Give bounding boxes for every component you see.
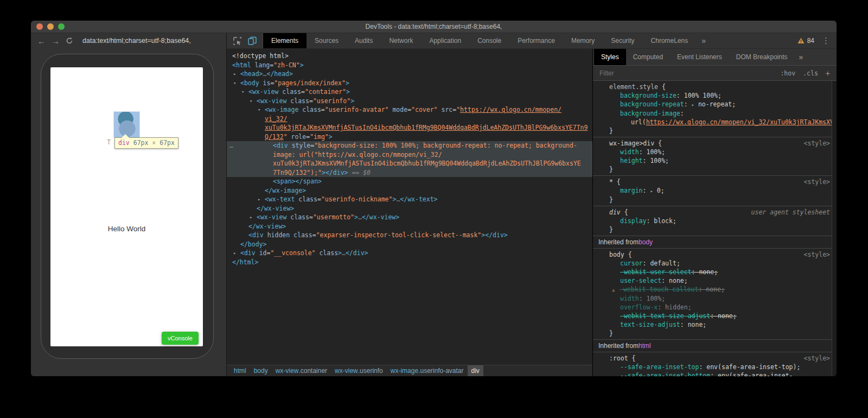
breadcrumb-item-html[interactable]: html — [230, 365, 250, 376]
new-style-rule-button[interactable]: + — [826, 69, 830, 78]
dom-tree-line[interactable]: </wx-image> — [227, 186, 592, 195]
breadcrumb-item-body[interactable]: body — [250, 365, 272, 376]
css-property-line[interactable]: background-size: 100% 100%; — [593, 91, 837, 100]
rule-selector[interactable]: :root {<style> — [593, 354, 837, 363]
css-property-line[interactable]: url(https://wx.qlogo.cn/mmopen/vi_32/xuT… — [593, 118, 837, 126]
window-titlebar[interactable]: DevTools - data:text/html;charset=utf-8;… — [31, 21, 837, 33]
dom-tree-line[interactable]: <!doctype html> — [227, 52, 592, 61]
css-property-line[interactable]: text-size-adjust: none; — [593, 320, 837, 329]
dom-tree-line[interactable]: ▾<wx-view class="container"> — [227, 87, 592, 97]
url-field[interactable]: data:text/html;charset=utf-8;base64, — [82, 37, 191, 45]
dom-tree-line[interactable]: ▸<head>…</head> — [227, 69, 592, 79]
style-rule: element.style {background-size: 100% 100… — [593, 81, 837, 137]
kebab-menu-icon[interactable]: ⋮ — [822, 36, 830, 46]
tab-sources[interactable]: Sources — [307, 33, 347, 48]
zoom-window-button[interactable] — [58, 23, 65, 30]
styles-filter-input[interactable]: Filter — [599, 69, 614, 77]
dom-tree-line[interactable]: <span></span> — [227, 177, 592, 186]
dom-tree-line[interactable]: Q/132" role="img"> — [227, 132, 592, 142]
toolbar-icons — [227, 33, 263, 48]
styles-scrollbar[interactable] — [832, 81, 837, 376]
device-toolbar-icon[interactable] — [246, 35, 258, 46]
sidebar-tab-dom-breakpoints[interactable]: DOM Breakpoints — [729, 49, 795, 65]
inherited-node-link[interactable]: body — [639, 238, 653, 246]
rule-selector[interactable]: div {user agent stylesheet — [593, 208, 837, 217]
css-property-line[interactable]: user-select: none; — [593, 276, 837, 285]
dom-tree-line[interactable]: <html lang="zh-CN"> — [227, 61, 592, 70]
css-property-line[interactable]: } — [593, 329, 837, 338]
dom-tree-line[interactable]: <div hidden class="exparser-inspector-to… — [227, 231, 592, 240]
warnings-badge[interactable]: 84 — [797, 37, 814, 45]
rule-selector[interactable]: element.style { — [593, 83, 837, 91]
tab-chromelens[interactable]: ChromeLens — [643, 33, 697, 48]
dom-tree-line[interactable]: 7Tn9Q/132");"></div> == $0 — [227, 168, 592, 178]
tab-security[interactable]: Security — [603, 33, 642, 48]
sidebar-more-tabs-button[interactable]: » — [794, 49, 807, 65]
dom-tree-line[interactable]: xuTu0k3jRTaJKmsXVMnfjASTusInO4ibcmQbhub1… — [227, 123, 592, 132]
toggle-hover-state-button[interactable]: :hov — [780, 69, 795, 77]
css-property-line[interactable]: display: block; — [593, 217, 837, 225]
dom-tree-line[interactable]: </body> — [227, 240, 592, 249]
toggle-class-button[interactable]: .cls — [803, 69, 818, 77]
dom-tree-line[interactable]: …<div style="background-size: 100% 100%;… — [227, 141, 592, 150]
css-property-line[interactable]: width: 100%; — [593, 294, 837, 303]
sidebar-tab-styles[interactable]: Styles — [594, 49, 626, 65]
forward-icon[interactable]: → — [52, 37, 60, 45]
dom-tree-line[interactable]: vi_32/ — [227, 115, 592, 124]
css-property-line[interactable]: --safe-area-inset-bottom: env(safe-area-… — [593, 371, 837, 376]
css-property-line[interactable]: -webkit-text-size-adjust: none; — [593, 312, 837, 320]
sidebar-tab-computed[interactable]: Computed — [626, 49, 670, 65]
back-icon[interactable]: ← — [37, 37, 46, 45]
dom-tree-line[interactable]: ▾<wx-view class="userinfo"> — [227, 97, 592, 106]
css-property-line[interactable]: margin: ▸ 0; — [593, 186, 837, 195]
css-property-line[interactable]: } — [593, 165, 837, 174]
breadcrumb-item-wx-image.userinfo-avatar[interactable]: wx-image.userinfo-avatar — [387, 365, 468, 376]
tab-application[interactable]: Application — [421, 33, 469, 48]
tab-elements[interactable]: Elements — [263, 33, 307, 48]
tab-console[interactable]: Console — [469, 33, 509, 48]
css-property-line[interactable]: } — [593, 195, 837, 204]
css-property-line[interactable]: background-image: — [593, 109, 837, 118]
dom-tree-line[interactable]: ▸<wx-view class="usermotto">…</wx-view> — [227, 213, 592, 222]
dom-tree-line[interactable]: </wx-view> — [227, 204, 592, 213]
rule-selector[interactable]: body {<style> — [593, 250, 837, 259]
inherited-node-link[interactable]: html — [639, 342, 651, 350]
dom-tree-line[interactable]: ▾<body is="pages/index/index"> — [227, 79, 592, 88]
more-tabs-button[interactable]: » — [696, 33, 711, 48]
reload-icon[interactable] — [66, 37, 73, 45]
userinfo-avatar-image[interactable] — [114, 112, 139, 137]
css-property-line[interactable]: -webkit-user-select: none; — [593, 268, 837, 276]
rule-selector[interactable]: wx-image>div {<style> — [593, 139, 837, 148]
dom-tree-line[interactable]: ▸<div id="__vconsole" class>…</div> — [227, 249, 592, 258]
inspect-element-icon[interactable] — [231, 35, 243, 46]
dom-tree-line[interactable]: </wx-view> — [227, 222, 592, 231]
sidebar-tab-event-listeners[interactable]: Event Listeners — [670, 49, 729, 65]
css-property-line[interactable]: cursor: default; — [593, 259, 837, 268]
css-property-line[interactable]: --safe-area-inset-top: env(safe-area-ins… — [593, 363, 837, 371]
css-property-line[interactable]: } — [593, 225, 837, 234]
tab-audits[interactable]: Audits — [347, 33, 381, 48]
element-size-tooltip: div 67px × 67px — [114, 137, 178, 149]
breadcrumb-item-wx-view.userinfo[interactable]: wx-view.userinfo — [331, 365, 387, 376]
tab-performance[interactable]: Performance — [509, 33, 563, 48]
css-property-line[interactable]: } — [593, 126, 837, 135]
css-property-line[interactable]: overflow-x: hidden; — [593, 303, 837, 312]
dom-tree-line[interactable]: ▾<wx-image class="userinfo-avatar" mode=… — [227, 105, 592, 115]
vconsole-button[interactable]: vConsole — [162, 332, 199, 345]
dom-tree-line[interactable]: ▸<wx-text class="userinfo-nickname">…</w… — [227, 195, 592, 204]
tab-network[interactable]: Network — [381, 33, 421, 48]
breadcrumb-item-div[interactable]: div — [468, 365, 483, 376]
css-property-line[interactable]: ▲-webkit-touch-callout: none; — [593, 285, 837, 294]
dom-tree-line[interactable]: </html> — [227, 258, 592, 267]
dom-tree-line[interactable]: xuTu0k3jRTaJKmsXVMnfjASTusInO4ibcmQbhub1… — [227, 159, 592, 168]
minimize-window-button[interactable] — [47, 23, 54, 30]
close-window-button[interactable] — [36, 23, 43, 30]
breadcrumb-item-wx-view.container[interactable]: wx-view.container — [272, 365, 331, 376]
rule-selector[interactable]: * {<style> — [593, 178, 837, 186]
css-property-line[interactable]: background-repeat: ▸ no-repeat; — [593, 100, 837, 109]
tab-memory[interactable]: Memory — [563, 33, 603, 48]
css-property-line[interactable]: width: 100%; — [593, 148, 837, 156]
dom-tree-line[interactable]: image: url("https://wx.qlogo.cn/mmopen/v… — [227, 150, 592, 160]
css-property-line[interactable]: height: 100%; — [593, 156, 837, 165]
breadcrumb: htmlbodywx-view.containerwx-view.userinf… — [227, 365, 592, 376]
